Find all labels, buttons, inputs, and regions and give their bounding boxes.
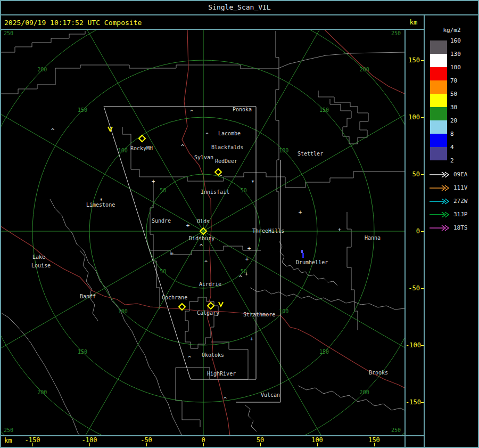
town-marker: ^	[239, 274, 243, 281]
town-marker: ^	[200, 243, 203, 250]
city-label: Okotoks	[202, 352, 224, 358]
ring-distance-label: 100	[118, 308, 128, 314]
legend-unit-label: kg/m2	[425, 27, 479, 34]
bottom-axis-tick	[32, 443, 33, 446]
town-marker: +	[170, 250, 174, 257]
city-label: Calgary	[197, 310, 219, 316]
scale-color-swatch	[430, 107, 447, 120]
county-boundary	[1, 312, 80, 435]
right-axis-tick	[421, 117, 424, 118]
town-marker: ^	[190, 109, 194, 116]
county-boundary	[245, 405, 257, 431]
scale-color-swatch	[430, 147, 447, 160]
city-label: Hanna	[365, 235, 381, 241]
town-marker: +	[152, 178, 155, 185]
station-legend-row: 18TS	[429, 224, 479, 232]
station-arrow-icon	[429, 211, 450, 218]
county-boundary	[150, 181, 160, 309]
ring-distance-label: 150	[319, 349, 329, 355]
ring-distance-label: 200	[37, 67, 47, 72]
town-marker: +	[245, 256, 249, 263]
frame-title-bottom	[0, 14, 479, 15]
scale-tick-label: 70	[450, 77, 477, 84]
vil-echo	[302, 253, 304, 258]
town-marker: ^	[205, 132, 209, 139]
radar-map: 5050505010010010010015015015015020020020…	[1, 30, 404, 435]
ring-distance-label: 150	[78, 107, 87, 113]
ring-distance-label: 200	[37, 389, 47, 395]
bottom-axis-tick	[317, 443, 318, 446]
ring-distance-label: 100	[118, 148, 128, 153]
town-marker: ^	[188, 355, 192, 362]
station-id-label: 111V	[453, 184, 468, 191]
station-arrow-icon	[429, 185, 450, 191]
city-label: Olds	[197, 218, 210, 224]
county-boundary	[80, 250, 98, 321]
scale-color-swatch	[430, 134, 447, 147]
ring-distance-label: 250	[4, 30, 13, 36]
city-label: Drumheller	[296, 259, 328, 265]
town-marker: ^	[204, 259, 208, 266]
right-axis-tick-label: 50	[406, 170, 420, 178]
city-label: Ponoka	[233, 107, 252, 112]
ring-distance-label: 250	[391, 427, 401, 433]
city-label: HighRiver	[207, 371, 236, 377]
city-label: Strathmore	[243, 312, 275, 317]
right-axis: 150100500-50-100-150	[406, 30, 424, 436]
scale-color-swatch	[430, 120, 447, 134]
right-axis-tick-label: 0	[406, 227, 420, 235]
scale-tick-label: 130	[450, 51, 477, 58]
town-marker: ^	[181, 143, 185, 150]
scale-tick-label: 30	[450, 104, 477, 111]
town-marker: ^	[219, 174, 223, 181]
county-boundary	[347, 212, 358, 330]
radar-app-window: Single_Scan_VIL 2025/09/19 10:17:52 UTC …	[0, 0, 479, 448]
highway-line	[325, 30, 404, 94]
ring-distance-label: 100	[279, 308, 288, 314]
bottom-axis-tick	[203, 443, 204, 446]
city-label: Lake	[32, 254, 45, 260]
right-axis-tick	[421, 288, 424, 289]
scale-color-swatch	[430, 80, 447, 94]
station-legend-row: 111V	[429, 184, 479, 192]
radial-line	[1, 30, 404, 435]
right-axis-tick	[421, 174, 424, 175]
scale-tick-label: 8	[450, 131, 477, 137]
scale-tick-label: 2	[450, 157, 477, 164]
city-label: Louise	[31, 263, 51, 268]
city-label: Cochrane	[162, 295, 187, 300]
city-label: Brooks	[369, 370, 388, 376]
county-boundary	[50, 199, 182, 435]
scale-tick-label: 160	[450, 37, 477, 44]
county-boundary	[318, 91, 368, 144]
vil-echo	[301, 250, 303, 253]
scale-tick-label: 100	[450, 64, 477, 71]
ring-distance-label: 50	[241, 188, 247, 193]
county-boundary	[1, 31, 85, 52]
town-marker: +	[245, 271, 249, 278]
station-legend-row: 09EA	[429, 171, 479, 178]
ring-distance-label: 250	[391, 30, 401, 36]
right-axis-tick-label: 100	[406, 113, 420, 121]
scale-tick-label: 20	[450, 117, 477, 124]
town-marker: ^	[51, 127, 55, 134]
bottom-axis-unit-label: km	[4, 437, 12, 444]
window-title: Single_Scan_VIL	[0, 3, 479, 11]
town-marker: +	[338, 226, 342, 233]
town-marker: ^	[224, 396, 227, 403]
county-boundary	[276, 31, 279, 229]
bottom-axis-tick	[89, 443, 90, 446]
frame-top	[0, 0, 479, 1]
right-axis-tick-label: 150	[406, 56, 420, 64]
sidebar-legend: kg/m2 16013010070503020842 09EA111V27ZW3…	[425, 16, 479, 448]
station-id-label: 18TS	[453, 224, 468, 231]
right-axis-tick	[421, 231, 424, 232]
station-legend-row: 31JP	[429, 211, 479, 218]
ring-distance-label: 200	[360, 67, 369, 72]
ring-distance-label: 250	[4, 427, 13, 433]
station-id-label: 09EA	[453, 171, 468, 178]
ring-distance-label: 150	[78, 349, 87, 355]
scan-sector-outline	[236, 160, 280, 402]
city-label: Sylvan	[194, 154, 213, 160]
scale-color-swatch	[430, 94, 447, 107]
